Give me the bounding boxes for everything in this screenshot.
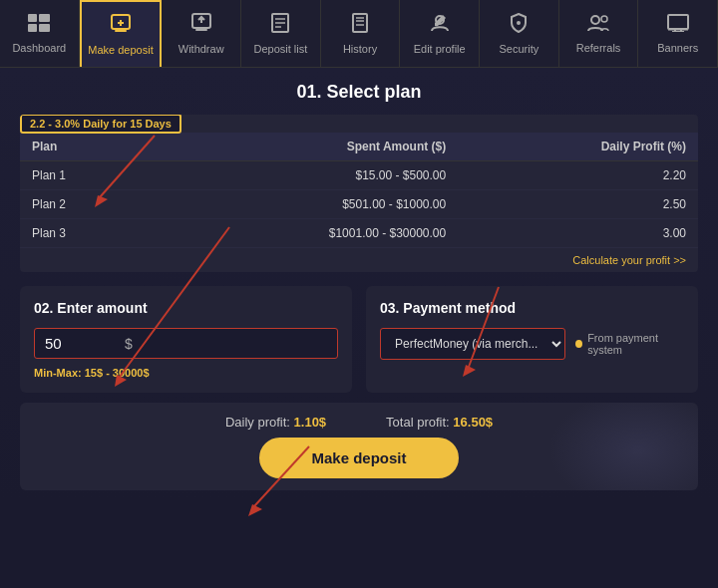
nav-make-deposit-label: Make deposit — [88, 44, 153, 56]
min-max-info: Min-Max: 15$ - 30000$ — [34, 367, 338, 379]
nav-security[interactable]: Security — [480, 0, 559, 67]
plan-amount: $501.00 - $1000.00 — [148, 190, 458, 219]
payment-method-title: 03. Payment method — [380, 300, 684, 316]
plan-amount: $1001.00 - $30000.00 — [148, 219, 458, 248]
nav-dashboard-label: Dashboard — [12, 42, 66, 54]
nav-withdraw[interactable]: Withdraw — [162, 0, 241, 67]
from-payment-system: From payment system — [587, 332, 684, 356]
edit-profile-icon — [430, 13, 450, 38]
enter-amount-title: 02. Enter amount — [34, 300, 338, 316]
daily-profit-value: 1.10$ — [294, 415, 327, 430]
nav-dashboard[interactable]: Dashboard — [0, 0, 80, 67]
plan-container: 2.2 - 3.0% Daily for 15 Days Plan Spent … — [20, 115, 698, 272]
svg-rect-3 — [39, 24, 50, 32]
plan-table: Plan Spent Amount ($) Daily Profit (%) P… — [20, 133, 698, 248]
svg-rect-7 — [195, 29, 207, 31]
select-plan-bold: Select — [326, 82, 379, 102]
col-daily-profit: Daily Profit (%) — [458, 133, 698, 161]
plan-badge: 2.2 - 3.0% Daily for 15 Days — [20, 115, 181, 134]
total-profit-value: 16.50$ — [453, 415, 493, 430]
select-plan-prefix: 01. — [296, 82, 326, 102]
plan-name: Plan 2 — [20, 190, 148, 219]
col-spent-amount: Spent Amount ($) — [148, 133, 458, 161]
history-icon — [350, 13, 370, 38]
enter-amount-prefix: 02. — [34, 300, 57, 316]
plan-amount: $15.00 - $500.00 — [148, 161, 458, 190]
payment-method-bold: Payment — [403, 300, 461, 316]
make-deposit-button[interactable]: Make deposit — [259, 438, 458, 478]
col-plan: Plan — [20, 133, 148, 161]
summary-profits: Daily profit: 1.10$ Total profit: 16.50$ — [225, 415, 493, 430]
withdraw-icon — [191, 13, 211, 38]
payment-label: From payment system — [575, 332, 684, 356]
main-content: 01. Select plan 2.2 - 3.0% Daily for 15 … — [0, 68, 718, 500]
svg-rect-20 — [668, 15, 688, 29]
enter-amount-rest: amount — [93, 300, 147, 316]
nav-withdraw-label: Withdraw — [179, 43, 224, 55]
dollar-symbol: $ — [125, 336, 133, 352]
min-max-label: Min-Max: — [34, 367, 82, 379]
svg-rect-12 — [353, 14, 367, 32]
nav-deposit-list-label: Deposit list — [253, 43, 307, 55]
nav-referrals-label: Referrals — [576, 42, 621, 54]
amount-input-wrapper: $ — [34, 328, 338, 359]
enter-amount-bold: Enter — [57, 300, 93, 316]
svg-point-19 — [601, 16, 607, 22]
plan-profit: 3.00 — [458, 219, 698, 248]
select-plan-title: 01. Select plan — [20, 82, 698, 103]
payment-select[interactable]: PerfectMoney (via merch... — [380, 328, 565, 360]
nav-edit-profile-label: Edit profile — [414, 43, 466, 55]
security-icon — [510, 13, 528, 38]
payment-method-prefix: 03. — [380, 300, 403, 316]
nav-security-label: Security — [499, 43, 538, 55]
plan-profit: 2.20 — [458, 161, 698, 190]
nav-deposit-list[interactable]: Deposit list — [241, 0, 321, 67]
daily-profit-summary: Daily profit: 1.10$ — [225, 415, 326, 430]
plan-name: Plan 3 — [20, 219, 148, 248]
banners-icon — [667, 14, 689, 37]
payment-method-box: 03. Payment method PerfectMoney (via mer… — [366, 286, 698, 393]
svg-point-17 — [517, 21, 521, 25]
svg-rect-0 — [28, 14, 37, 22]
payment-method-rest: method — [462, 300, 516, 316]
nav-history[interactable]: History — [321, 0, 401, 67]
make-deposit-icon — [111, 14, 131, 39]
dot-yellow-icon — [575, 340, 582, 348]
svg-marker-32 — [248, 504, 262, 516]
table-row[interactable]: Plan 3 $1001.00 - $30000.00 3.00 — [20, 219, 698, 248]
select-plan-rest: plan — [380, 82, 422, 102]
lower-row: 02. Enter amount $ Min-Max: 15$ - 30000$… — [20, 286, 698, 393]
svg-rect-2 — [28, 24, 37, 32]
plan-profit: 2.50 — [458, 190, 698, 219]
table-row[interactable]: Plan 1 $15.00 - $500.00 2.20 — [20, 161, 698, 190]
nav-referrals[interactable]: Referrals — [559, 0, 639, 67]
nav-edit-profile[interactable]: Edit profile — [400, 0, 480, 67]
dashboard-icon — [28, 14, 50, 37]
svg-point-18 — [591, 16, 599, 24]
plan-name: Plan 1 — [20, 161, 148, 190]
referrals-icon — [587, 14, 609, 37]
summary-box: Daily profit: 1.10$ Total profit: 16.50$… — [20, 403, 698, 490]
min-max-value: 15$ - 30000$ — [85, 367, 150, 379]
nav-make-deposit[interactable]: Make deposit — [80, 0, 163, 67]
svg-rect-5 — [115, 30, 127, 32]
deposit-list-icon — [270, 13, 290, 38]
nav-banners-label: Banners — [657, 42, 698, 54]
nav-banners[interactable]: Banners — [638, 0, 718, 67]
total-profit-summary: Total profit: 16.50$ — [386, 415, 493, 430]
table-row[interactable]: Plan 2 $501.00 - $1000.00 2.50 — [20, 190, 698, 219]
nav-history-label: History — [343, 43, 377, 55]
navigation: Dashboard Make deposit Withdraw — [0, 0, 718, 68]
daily-profit-label: Daily profit: — [225, 415, 290, 430]
svg-rect-1 — [39, 14, 50, 22]
enter-amount-box: 02. Enter amount $ Min-Max: 15$ - 30000$ — [20, 286, 352, 393]
payment-row: PerfectMoney (via merch... From payment … — [380, 328, 684, 360]
amount-input[interactable] — [45, 335, 125, 352]
total-profit-label: Total profit: — [386, 415, 450, 430]
calculate-profit-link[interactable]: Calculate your profit >> — [20, 248, 698, 272]
